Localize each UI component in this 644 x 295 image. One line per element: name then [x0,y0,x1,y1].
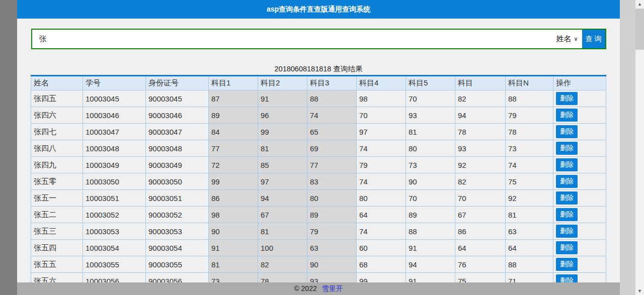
table-body: 张四五100030459000304587918898708288删除张四六10… [31,90,606,295]
table-cell: 68 [357,256,406,273]
table-cell: 91 [406,240,455,256]
table-cell: 67 [455,207,506,223]
table-cell: 张五零 [31,173,83,190]
table-cell: 60 [357,240,406,256]
delete-button[interactable]: 删除 [556,191,578,205]
table-cell: 10003051 [83,190,146,207]
delete-button[interactable]: 删除 [556,142,578,155]
column-header: 科目2 [258,76,307,90]
table-cell: 72 [209,157,258,173]
search-bar: 姓名 ∨ 查 询 [31,29,606,49]
browser-viewport: asp查询条件直查版通用查询系统 姓名 ∨ 查 询 20180608181818… [0,0,644,295]
actions-cell: 删除 [553,207,606,223]
table-cell: 64 [357,207,406,223]
table-row: 张五二100030529000305298678964896781删除 [31,207,606,223]
table-cell: 10003048 [83,140,146,157]
actions-cell: 删除 [553,124,606,140]
table-cell: 88 [506,90,553,107]
table-cell: 93 [406,107,455,124]
delete-button[interactable]: 删除 [556,208,578,221]
table-cell: 94 [455,107,506,124]
delete-button[interactable]: 删除 [556,241,578,254]
table-cell: 90003046 [146,107,209,124]
table-cell: 90003047 [146,124,209,140]
table-cell: 90003055 [146,256,209,273]
table-cell: 10003053 [83,223,146,240]
table-cell: 81 [406,124,455,140]
delete-button[interactable]: 删除 [556,109,578,122]
table-cell: 张五一 [31,190,83,207]
table-cell: 78 [506,124,553,140]
table-cell: 74 [357,223,406,240]
column-header: 科目1 [209,76,258,90]
column-header: 科目4 [357,76,406,90]
search-button[interactable]: 查 询 [582,30,605,48]
table-cell: 100 [258,240,307,256]
table-cell: 90003048 [146,140,209,157]
table-cell: 96 [258,107,307,124]
scroll-down-icon[interactable]: ▼ [635,287,644,295]
actions-cell: 删除 [553,90,606,107]
table-cell: 92 [506,190,553,207]
table-cell: 82 [258,256,307,273]
table-cell: 张四六 [31,107,83,124]
delete-button[interactable]: 删除 [556,175,578,188]
column-header: 学号 [83,76,146,90]
delete-button[interactable]: 删除 [556,92,578,105]
results-table: 姓名学号身份证号科目1科目2科目3科目4科目5科目科目N操作 张四五100030… [31,75,606,295]
column-header: 科目 [455,76,506,90]
table-cell: 10003045 [83,90,146,107]
table-header-row: 姓名学号身份证号科目1科目2科目3科目4科目5科目科目N操作 [31,76,606,90]
table-cell: 81 [209,256,258,273]
result-title: 20180608181818 查询结果 [17,64,620,73]
table-cell: 87 [209,90,258,107]
table-cell: 93 [455,140,506,157]
table-cell: 94 [258,190,307,207]
table-cell: 10003050 [83,173,146,190]
footer: © 2022 雪里开 [17,282,620,295]
table-cell: 74 [357,140,406,157]
scrollbar-thumb[interactable] [635,9,644,50]
table-cell: 张四五 [31,90,83,107]
search-input[interactable] [32,30,553,48]
table-cell: 63 [506,223,553,240]
table-cell: 81 [258,223,307,240]
table-cell: 74 [506,157,553,173]
table-cell: 张五二 [31,207,83,223]
footer-link[interactable]: 雪里开 [322,284,343,292]
table-cell: 74 [357,173,406,190]
table-row: 张五五100030559000305581829068947688删除 [31,256,606,273]
table-cell: 73 [506,140,553,157]
table-cell: 64 [455,240,506,256]
scroll-up-icon[interactable]: ▲ [635,0,644,8]
field-select[interactable]: 姓名 ∨ [553,30,582,48]
delete-button[interactable]: 删除 [556,225,578,238]
table-cell: 张五五 [31,256,83,273]
table-cell: 70 [455,190,506,207]
table-row: 张五四1000305490003054911006360916464删除 [31,240,606,256]
delete-button[interactable]: 删除 [556,258,578,271]
actions-cell: 删除 [553,173,606,190]
table-cell: 90 [307,256,357,273]
table-cell: 97 [357,124,406,140]
page-left-margin [0,0,17,295]
table-cell: 90003051 [146,190,209,207]
table-cell: 92 [455,157,506,173]
table-cell: 98 [209,207,258,223]
delete-button[interactable]: 删除 [556,125,578,138]
table-cell: 88 [406,223,455,240]
actions-cell: 删除 [553,223,606,240]
table-cell: 90 [406,173,455,190]
table-cell: 张四九 [31,157,83,173]
table-cell: 73 [406,157,455,173]
table-cell: 90003049 [146,157,209,173]
table-cell: 90003052 [146,207,209,223]
table-cell: 67 [258,207,307,223]
table-row: 张四六100030469000304689967470939479删除 [31,107,606,124]
table-cell: 10003055 [83,256,146,273]
delete-button[interactable]: 删除 [556,158,578,171]
table-cell: 82 [455,173,506,190]
table-cell: 77 [307,157,357,173]
vertical-scrollbar[interactable]: ▲ ▼ [635,0,644,295]
table-cell: 86 [209,190,258,207]
